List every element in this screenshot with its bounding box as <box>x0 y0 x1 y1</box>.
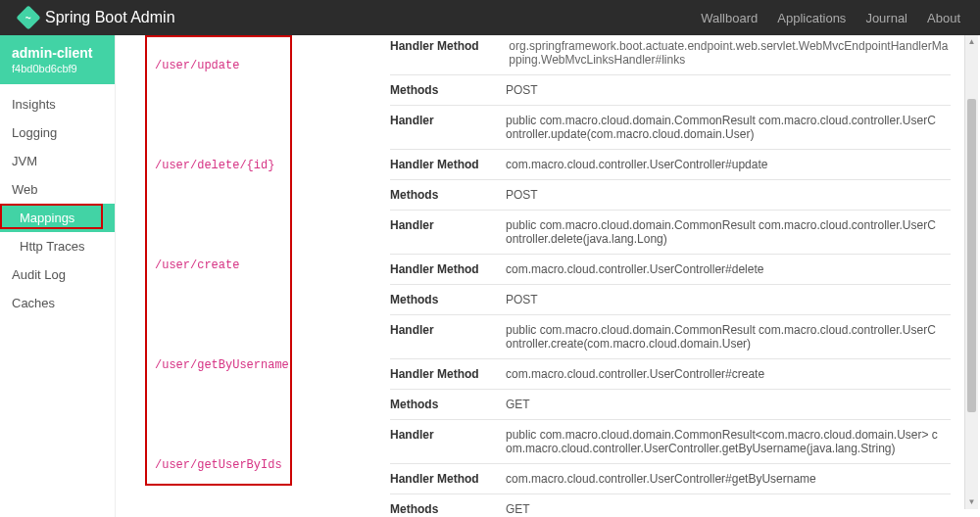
table-row: Methods POST <box>390 75 951 106</box>
table-row: Handler Method com.macro.cloud.controlle… <box>390 359 951 390</box>
label-methods: Methods <box>390 188 506 202</box>
label-methods: Methods <box>390 83 506 97</box>
value-handlermethod: com.macro.cloud.controller.UserControlle… <box>506 262 951 276</box>
partial-value: org.springframework.boot.actuate.endpoin… <box>509 39 950 67</box>
content-area: /user/update /user/delete/{id} /user/cre… <box>116 35 980 517</box>
highlight-box-paths-icon: /user/update /user/delete/{id} /user/cre… <box>145 35 292 486</box>
value-methods: GET <box>506 398 951 411</box>
sidebar-header[interactable]: admin-client f4bd0bd6cbf9 <box>0 35 115 84</box>
table-row: Methods GET <box>390 494 951 517</box>
table-row: Handler public com.macro.cloud.domain.Co… <box>390 315 951 359</box>
scrollbar[interactable]: ▲ ▼ <box>964 35 978 509</box>
table-row: Methods GET <box>390 390 951 420</box>
table-row: Handler Method com.macro.cloud.controlle… <box>390 150 951 180</box>
sidebar-item-mappings[interactable]: Mappings <box>0 204 115 232</box>
table-row: Handler public com.macro.cloud.domain.Co… <box>390 106 951 150</box>
value-handlermethod: com.macro.cloud.controller.UserControlle… <box>506 158 951 171</box>
scrollbar-thumb[interactable] <box>967 99 976 412</box>
sidebar-item-jvm[interactable]: JVM <box>0 147 115 175</box>
path-getbyusername[interactable]: /user/getByUsername <box>155 358 282 372</box>
value-methods: POST <box>506 293 951 306</box>
path-create[interactable]: /user/create <box>155 258 282 272</box>
path-update[interactable]: /user/update <box>155 59 282 72</box>
label-handlermethod: Handler Method <box>390 262 506 276</box>
brand-text: Spring Boot Admin <box>45 9 175 26</box>
label-handler: Handler <box>390 114 506 141</box>
sidebar-item-httptraces[interactable]: Http Traces <box>0 232 115 260</box>
label-methods: Methods <box>390 502 506 516</box>
sidebar-item-insights[interactable]: Insights <box>0 90 115 118</box>
sidebar-instance-id: f4bd0bd6cbf9 <box>12 63 103 74</box>
value-handler: public com.macro.cloud.domain.CommonResu… <box>506 218 951 246</box>
label-methods: Methods <box>390 398 506 411</box>
sidebar: admin-client f4bd0bd6cbf9 Insights Loggi… <box>0 35 116 517</box>
label-handlermethod: Handler Method <box>390 472 506 486</box>
path-getuserbyids[interactable]: /user/getUserByIds <box>155 458 282 472</box>
table-row: Handler public com.macro.cloud.domain.Co… <box>390 420 951 464</box>
brand-icon: ~ <box>16 5 40 29</box>
label-handler: Handler <box>390 218 506 246</box>
label-handler: Handler <box>390 323 506 351</box>
partial-row: Handler Method org.springframework.boot.… <box>390 35 951 75</box>
table-row: Handler Method com.macro.cloud.controlle… <box>390 255 951 285</box>
topbar: ~ Spring Boot Admin Wallboard Applicatio… <box>0 0 980 35</box>
value-methods: GET <box>506 502 951 516</box>
value-handlermethod: com.macro.cloud.controller.UserControlle… <box>506 472 951 486</box>
table-row: Methods POST <box>390 180 951 211</box>
nav-wallboard[interactable]: Wallboard <box>701 11 758 25</box>
path-delete[interactable]: /user/delete/{id} <box>155 159 282 172</box>
label-handlermethod: Handler Method <box>390 367 506 381</box>
nav-journal[interactable]: Journal <box>865 11 907 25</box>
label-handlermethod: Handler Method <box>390 158 506 171</box>
sidebar-app-name: admin-client <box>12 45 103 61</box>
nav-applications[interactable]: Applications <box>777 11 846 25</box>
path-column: /user/update /user/delete/{id} /user/cre… <box>145 35 292 486</box>
value-handler: public com.macro.cloud.domain.CommonResu… <box>506 323 951 351</box>
table-row: Methods POST <box>390 285 951 315</box>
sidebar-item-caches[interactable]: Caches <box>0 289 115 317</box>
sidebar-item-logging[interactable]: Logging <box>0 118 115 147</box>
value-methods: POST <box>506 83 951 97</box>
scroll-up-icon[interactable]: ▲ <box>965 35 978 49</box>
topnav: Wallboard Applications Journal About <box>701 11 960 25</box>
partial-label: Handler Method <box>390 39 506 53</box>
value-methods: POST <box>506 188 951 202</box>
sidebar-item-auditlog[interactable]: Audit Log <box>0 260 115 289</box>
sidebar-item-web[interactable]: Web <box>0 175 115 204</box>
nav-about[interactable]: About <box>927 11 960 25</box>
value-handler: public com.macro.cloud.domain.CommonResu… <box>506 114 951 141</box>
value-handler: public com.macro.cloud.domain.CommonResu… <box>506 428 951 455</box>
sidebar-group-web: Mappings Http Traces <box>0 204 115 260</box>
detail-table: Handler Method org.springframework.boot.… <box>390 35 951 517</box>
label-methods: Methods <box>390 293 506 306</box>
brand[interactable]: ~ Spring Boot Admin <box>20 9 175 26</box>
scroll-down-icon[interactable]: ▼ <box>965 495 978 509</box>
table-row: Handler public com.macro.cloud.domain.Co… <box>390 211 951 255</box>
table-row: Handler Method com.macro.cloud.controlle… <box>390 464 951 494</box>
value-handlermethod: com.macro.cloud.controller.UserControlle… <box>506 367 951 381</box>
label-handler: Handler <box>390 428 506 455</box>
